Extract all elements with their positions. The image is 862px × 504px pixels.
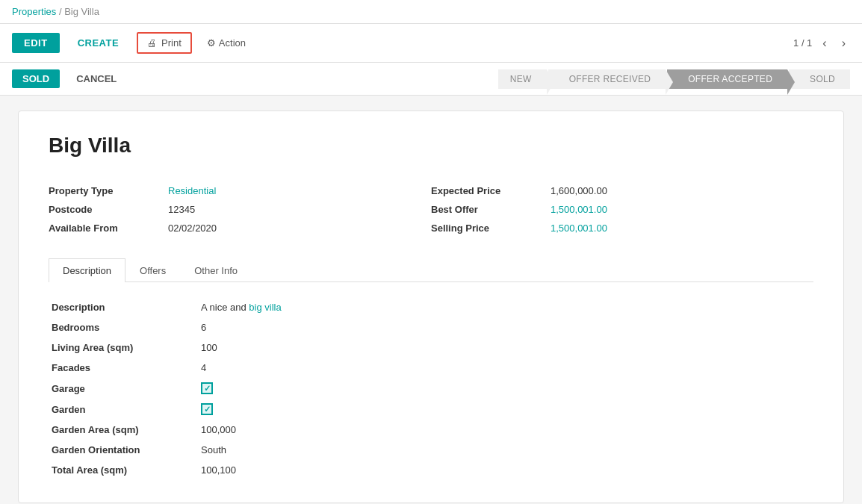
description-tab-content: DescriptionA nice and big villaBedrooms6… [49,297,813,480]
field-row: Property TypeResidential [49,181,431,200]
desc-row: Garden Area (sqm)100,000 [52,420,810,440]
field-label: Selling Price [431,223,551,234]
desc-label: Living Area (sqm) [52,342,201,353]
print-label: Print [161,37,182,49]
tabs: DescriptionOffersOther Info [49,258,813,282]
field-value: 1,500,001.00 [551,204,607,215]
field-value: 12345 [168,204,195,215]
pipeline-step-offer-accepted[interactable]: OFFER ACCEPTED [667,69,787,89]
property-title: Big Villa [49,134,813,158]
status-bar: SOLD CANCEL NEWOFFER RECEIVEDOFFER ACCEP… [0,63,862,96]
desc-label: Garden Orientation [52,444,201,455]
desc-label: Description [52,302,201,313]
property-fields: Property TypeResidentialPostcode12345Ava… [49,178,813,240]
property-card: Big Villa Property TypeResidentialPostco… [18,111,844,503]
pipeline-step-new[interactable]: NEW [498,69,547,89]
action-button[interactable]: ⚙ Action [198,33,255,53]
desc-label: Garage [52,383,201,394]
breadcrumb: Properties / Big Villa [0,0,862,24]
pipeline-step-sold[interactable]: SOLD [789,69,850,89]
checkbox-checked[interactable] [201,403,213,415]
action-label: Action [219,37,246,49]
desc-row: Bedrooms6 [52,317,810,337]
desc-label: Garden Area (sqm) [52,424,201,435]
field-label: Expected Price [431,185,551,196]
field-label: Available From [49,223,168,234]
pipeline-step-offer-received[interactable]: OFFER RECEIVED [548,69,666,89]
field-label: Best Offer [431,204,551,215]
field-row: Available From02/02/2020 [49,219,431,237]
field-value[interactable]: Residential [168,185,216,196]
action-bar: EDIT CREATE 🖨 Print ⚙ Action 1 / 1 ‹ › [0,24,862,63]
desc-label: Bedrooms [52,322,201,333]
main-content: Big Villa Property TypeResidentialPostco… [0,96,862,504]
desc-value [201,382,213,394]
pagination: 1 / 1 ‹ › [793,35,850,52]
cancel-button[interactable]: CANCEL [66,69,127,88]
checkbox-checked[interactable] [201,382,213,394]
desc-value: 6 [201,322,206,333]
edit-button[interactable]: EDIT [12,33,60,53]
field-value: 1,500,001.00 [551,223,607,234]
pipeline: NEWOFFER RECEIVEDOFFER ACCEPTEDSOLD [498,69,850,89]
gear-icon: ⚙ [207,37,216,49]
breadcrumb-parent[interactable]: Properties [12,6,56,17]
desc-row: Garden [52,399,810,420]
desc-value: 100,000 [201,424,236,435]
field-label: Postcode [49,204,168,215]
print-icon: 🖨 [147,37,157,49]
field-row: Postcode12345 [49,200,431,219]
desc-value: 4 [201,362,206,373]
desc-row: Total Area (sqm)100,100 [52,460,810,480]
field-row: Selling Price1,500,001.00 [431,219,813,237]
desc-value: South [201,444,226,455]
field-value: 02/02/2020 [168,223,217,234]
desc-row: DescriptionA nice and big villa [52,297,810,317]
field-value: 1,600,000.00 [551,185,607,196]
field-label: Property Type [49,185,168,196]
fields-left: Property TypeResidentialPostcode12345Ava… [49,178,431,240]
desc-label: Facades [52,362,201,373]
desc-label: Garden [52,404,201,415]
field-row: Best Offer1,500,001.00 [431,200,813,219]
desc-value: 100,100 [201,464,236,476]
tab-description[interactable]: Description [49,258,125,282]
desc-value: 100 [201,342,217,353]
desc-row: Garage [52,378,810,399]
field-row: Expected Price1,600,000.00 [431,181,813,200]
desc-row: Living Area (sqm)100 [52,337,810,358]
breadcrumb-current: Big Villa [64,6,99,17]
pagination-count: 1 / 1 [793,37,812,49]
fields-right: Expected Price1,600,000.00Best Offer1,50… [431,178,813,240]
print-button[interactable]: 🖨 Print [137,32,192,54]
desc-row: Facades4 [52,358,810,378]
desc-value [201,403,213,415]
tab-offers[interactable]: Offers [125,258,180,282]
sold-button[interactable]: SOLD [12,69,60,88]
breadcrumb-separator: / [59,6,62,17]
tab-other_info[interactable]: Other Info [180,258,252,282]
desc-row: Garden OrientationSouth [52,440,810,460]
desc-value: A nice and big villa [201,302,282,313]
desc-label: Total Area (sqm) [52,464,201,476]
create-button[interactable]: CREATE [66,33,131,53]
pagination-next[interactable]: › [837,35,850,52]
pagination-prev[interactable]: ‹ [818,35,831,52]
